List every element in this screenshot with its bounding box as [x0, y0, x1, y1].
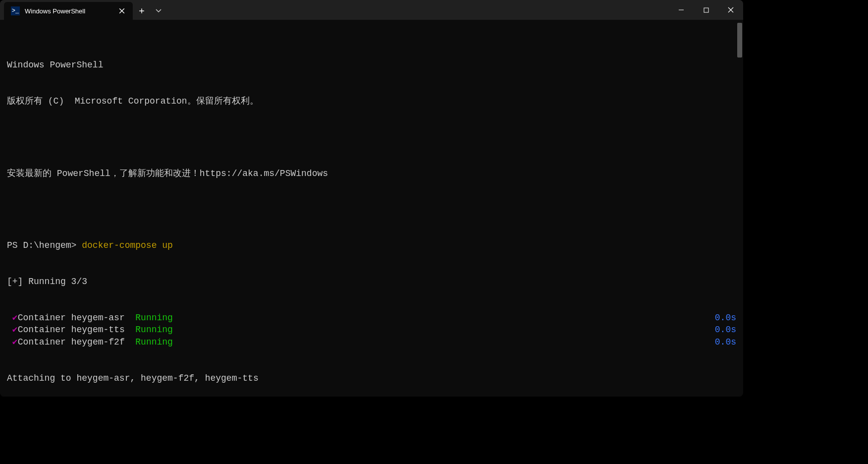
close-tab-button[interactable]: [116, 5, 128, 17]
attach-line: Attaching to heygem-asr, heygem-f2f, hey…: [7, 372, 736, 384]
close-window-button[interactable]: [718, 0, 743, 20]
container-status: Running: [130, 337, 173, 347]
window-controls: [669, 0, 743, 20]
minimize-icon: [678, 7, 684, 13]
container-status: Running: [130, 325, 173, 335]
minimize-button[interactable]: [669, 0, 694, 20]
scrollbar[interactable]: [737, 23, 742, 58]
container-status-row: ✔Container heygem-tts Running0.0s: [7, 324, 736, 336]
container-name: Container heygem-tts: [18, 325, 130, 335]
prompt-line: PS D:\hengem> docker-compose up: [7, 239, 736, 251]
tab-powershell[interactable]: >_ Windows PowerShell: [4, 2, 133, 20]
chevron-down-icon: [156, 9, 162, 13]
check-icon: ✔: [12, 325, 18, 335]
container-name: Container heygem-asr: [18, 313, 130, 323]
intro-line: Windows PowerShell: [7, 59, 736, 71]
running-header: [+] Running 3/3: [7, 276, 736, 288]
container-status-list: ✔Container heygem-asr Running0.0s ✔Conta…: [7, 312, 736, 348]
titlebar[interactable]: >_ Windows PowerShell: [0, 0, 743, 20]
titlebar-drag-area[interactable]: [166, 0, 669, 20]
maximize-button[interactable]: [694, 0, 718, 20]
container-name: Container heygem-f2f: [18, 337, 130, 347]
maximize-icon: [704, 7, 709, 13]
powershell-icon: >_: [11, 6, 20, 15]
tab-title: Windows PowerShell: [25, 7, 111, 15]
svg-rect-0: [704, 8, 708, 12]
terminal-content[interactable]: Windows PowerShell 版权所有 (C) Microsoft Co…: [0, 20, 743, 397]
close-icon: [119, 8, 125, 14]
blank-line: [7, 203, 736, 215]
tab-dropdown-button[interactable]: [151, 2, 166, 20]
intro-line: 版权所有 (C) Microsoft Corporation。保留所有权利。: [7, 95, 736, 107]
check-icon: ✔: [12, 313, 18, 323]
close-icon: [728, 7, 734, 13]
container-status: Running: [130, 313, 173, 323]
container-time: 0.0s: [715, 324, 736, 336]
container-status-row: ✔Container heygem-f2f Running0.0s: [7, 336, 736, 348]
prompt-command: docker-compose up: [82, 240, 173, 250]
new-tab-button[interactable]: [133, 2, 151, 20]
prompt-prefix: PS D:\hengem>: [7, 240, 82, 250]
container-time: 0.0s: [715, 312, 736, 324]
container-time: 0.0s: [715, 336, 736, 348]
plus-icon: [139, 8, 145, 14]
intro-line: 安装最新的 PowerShell，了解新功能和改进！https://aka.ms…: [7, 168, 736, 179]
blank-line: [7, 131, 736, 143]
check-icon: ✔: [12, 337, 18, 347]
terminal-window: >_ Windows PowerShell Windows Po: [0, 0, 743, 397]
container-status-row: ✔Container heygem-asr Running0.0s: [7, 312, 736, 324]
